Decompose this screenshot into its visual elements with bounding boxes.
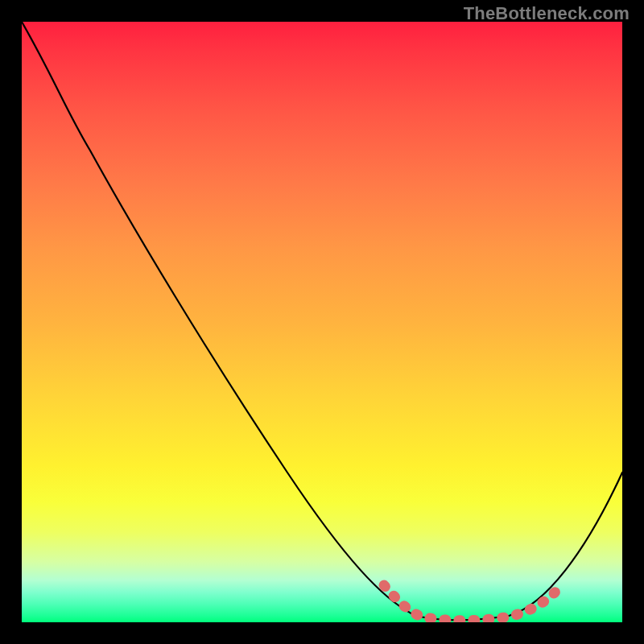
gradient-background <box>22 22 622 622</box>
chart-container: TheBottleneck.com <box>0 0 644 644</box>
watermark-text: TheBottleneck.com <box>464 3 630 24</box>
plot-area <box>22 22 622 622</box>
